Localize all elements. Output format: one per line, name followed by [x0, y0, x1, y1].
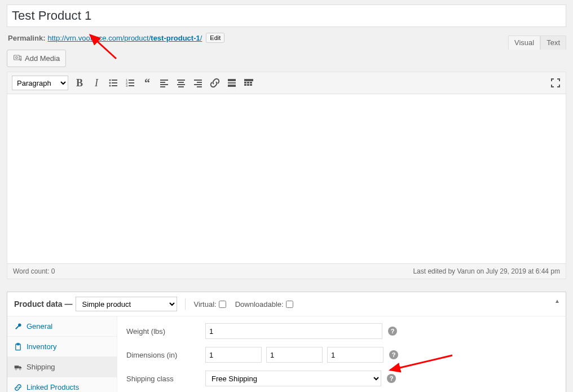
svg-rect-28 — [228, 82, 236, 83]
svg-rect-21 — [177, 84, 185, 85]
svg-text:?: ? — [390, 375, 394, 382]
bullet-list-button[interactable] — [108, 77, 119, 89]
svg-text:?: ? — [391, 328, 395, 334]
add-media-label: Add Media — [25, 54, 60, 63]
svg-rect-8 — [112, 85, 117, 86]
virtual-label: Virtual: — [193, 300, 226, 309]
editor-toolbar: Paragraph B I 123 “ — [7, 72, 566, 94]
fullscreen-button[interactable] — [550, 77, 561, 89]
dimension-height-input[interactable] — [327, 347, 384, 363]
permalink-slug: test-product-1 — [151, 34, 200, 42]
svg-rect-33 — [250, 82, 252, 83]
shipping-panel: Weight (lbs) ? Dimensions (in) ? Shippin… — [117, 316, 566, 392]
svg-rect-24 — [197, 82, 202, 83]
svg-rect-36 — [250, 84, 252, 86]
permalink-link[interactable]: http://vrn.vooforce.com/product/test-pro… — [47, 34, 202, 42]
clipboard-icon — [14, 343, 22, 351]
dimension-width-input[interactable] — [266, 347, 323, 363]
add-media-button[interactable]: Add Media — [7, 50, 66, 67]
editor-content-area[interactable] — [7, 94, 566, 263]
help-icon[interactable]: ? — [388, 327, 397, 336]
downloadable-checkbox[interactable] — [286, 301, 293, 308]
format-select[interactable]: Paragraph — [12, 76, 68, 90]
svg-point-5 — [109, 82, 111, 84]
svg-rect-20 — [178, 82, 184, 83]
weight-row: Weight (lbs) ? — [126, 323, 557, 339]
svg-rect-30 — [244, 79, 253, 81]
svg-rect-39 — [15, 365, 19, 368]
permalink-base: http://vrn.vooforce.com/product/ — [47, 34, 151, 42]
svg-rect-22 — [178, 86, 184, 87]
italic-button[interactable]: I — [91, 77, 102, 89]
svg-rect-26 — [197, 86, 202, 87]
svg-rect-18 — [160, 86, 165, 87]
align-left-button[interactable] — [158, 77, 170, 89]
align-right-button[interactable] — [192, 77, 204, 89]
svg-rect-6 — [112, 82, 117, 83]
svg-rect-10 — [129, 80, 134, 81]
shipping-class-label: Shipping class — [126, 375, 205, 383]
virtual-checkbox[interactable] — [219, 301, 226, 308]
svg-point-7 — [109, 85, 111, 87]
weight-input[interactable] — [205, 323, 382, 339]
svg-rect-34 — [244, 84, 246, 86]
tab-text[interactable]: Text — [540, 36, 566, 50]
wrench-icon — [14, 323, 22, 331]
svg-point-1 — [16, 56, 18, 59]
align-center-button[interactable] — [175, 77, 187, 89]
toolbar-toggle-button[interactable] — [243, 77, 254, 89]
camera-music-icon — [13, 53, 22, 64]
dimensions-row: Dimensions (in) ? — [126, 347, 557, 363]
permalink-row: Permalink: http://vrn.vooforce.com/produ… — [7, 27, 566, 50]
link-icon — [14, 384, 22, 391]
svg-rect-12 — [129, 82, 134, 83]
shipping-class-row: Shipping class Free Shipping ? — [126, 371, 557, 386]
svg-point-3 — [109, 80, 111, 81]
tab-inventory[interactable]: Inventory — [7, 337, 117, 357]
svg-rect-19 — [177, 80, 185, 81]
svg-point-40 — [15, 368, 17, 370]
read-more-button[interactable] — [226, 77, 237, 89]
svg-rect-35 — [247, 84, 249, 86]
permalink-trail: / — [200, 34, 202, 42]
svg-point-41 — [19, 368, 21, 370]
svg-rect-0 — [14, 55, 20, 60]
svg-rect-4 — [112, 80, 117, 81]
post-title-input[interactable] — [7, 5, 566, 27]
product-data-tabs: General Inventory Shipping Linked Produc… — [7, 316, 117, 392]
collapse-toggle-icon[interactable]: ▲ — [554, 298, 560, 304]
numbered-list-button[interactable]: 123 — [125, 77, 136, 89]
tab-visual[interactable]: Visual — [508, 36, 540, 50]
dimension-length-input[interactable] — [205, 347, 262, 363]
editor-status-bar: Word count: 0 Last edited by Varun on Ju… — [7, 263, 566, 279]
permalink-label: Permalink: — [8, 34, 45, 42]
svg-text:3: 3 — [126, 84, 128, 87]
svg-rect-31 — [244, 82, 246, 83]
svg-rect-17 — [160, 84, 168, 85]
blockquote-button[interactable]: “ — [142, 77, 153, 89]
truck-icon — [14, 363, 22, 371]
tab-general[interactable]: General — [7, 316, 117, 337]
shipping-class-select[interactable]: Free Shipping — [205, 371, 381, 386]
content-editor: Paragraph B I 123 “ — [7, 72, 566, 279]
svg-text:?: ? — [392, 351, 396, 358]
svg-rect-15 — [160, 80, 168, 81]
svg-rect-32 — [247, 82, 249, 83]
svg-rect-16 — [160, 82, 165, 83]
tab-linked-products[interactable]: Linked Products — [7, 377, 117, 392]
help-icon[interactable]: ? — [389, 350, 398, 359]
edit-permalink-button[interactable]: Edit — [206, 33, 224, 43]
word-count: Word count: 0 — [13, 267, 55, 275]
product-data-title: Product data — — [14, 299, 72, 309]
dimensions-label: Dimensions (in) — [126, 351, 205, 359]
product-data-header: Product data — Simple product Virtual: D… — [7, 292, 566, 316]
product-type-select[interactable]: Simple product — [76, 297, 177, 311]
svg-rect-25 — [194, 84, 202, 85]
svg-rect-14 — [129, 85, 134, 86]
insert-link-button[interactable] — [209, 77, 221, 89]
svg-rect-23 — [194, 80, 202, 81]
tab-shipping[interactable]: Shipping — [7, 357, 117, 377]
bold-button[interactable]: B — [74, 77, 85, 89]
svg-rect-27 — [228, 79, 236, 81]
help-icon[interactable]: ? — [387, 374, 396, 383]
